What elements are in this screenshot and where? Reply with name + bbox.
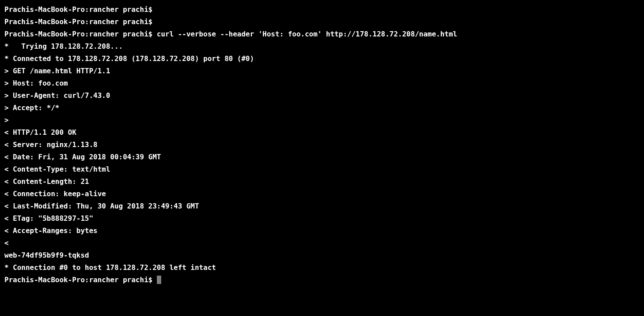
curl-output: < ETag: "5b888297-15"	[4, 212, 640, 225]
curl-output: < Date: Fri, 31 Aug 2018 00:04:39 GMT	[4, 151, 640, 163]
curl-output: > Accept: */*	[4, 102, 640, 114]
curl-output: < HTTP/1.1 200 OK	[4, 126, 640, 139]
curl-output: > GET /name.html HTTP/1.1	[4, 65, 640, 77]
curl-output: * Connected to 178.128.72.208 (178.128.7…	[4, 53, 640, 65]
terminal-line: Prachis-MacBook-Pro:rancher prachi$	[4, 274, 640, 286]
curl-output: > User-Agent: curl/7.43.0	[4, 90, 640, 102]
curl-output: < Connection: keep-alive	[4, 188, 640, 200]
curl-output: web-74df95b9f9-tqksd	[4, 249, 640, 262]
curl-output: > Host: foo.com	[4, 77, 640, 90]
curl-output: < Content-Type: text/html	[4, 163, 640, 176]
curl-output: < Server: nginx/1.13.8	[4, 139, 640, 151]
shell-prompt: Prachis-MacBook-Pro:rancher prachi$	[4, 18, 152, 26]
shell-prompt: Prachis-MacBook-Pro:rancher prachi$	[4, 30, 157, 38]
shell-prompt: Prachis-MacBook-Pro:rancher prachi$	[4, 276, 157, 284]
cursor-icon	[157, 276, 161, 284]
curl-output: * Trying 178.128.72.208...	[4, 40, 640, 53]
curl-output: >	[4, 114, 640, 126]
curl-output: * Connection #0 to host 178.128.72.208 l…	[4, 262, 640, 274]
terminal-line: Prachis-MacBook-Pro:rancher prachi$ curl…	[4, 28, 640, 40]
terminal-window[interactable]: Prachis-MacBook-Pro:rancher prachi$ Prac…	[4, 4, 640, 286]
curl-output: <	[4, 237, 640, 249]
shell-prompt: Prachis-MacBook-Pro:rancher prachi$	[4, 5, 152, 14]
terminal-line: Prachis-MacBook-Pro:rancher prachi$	[4, 16, 640, 28]
curl-output: < Last-Modified: Thu, 30 Aug 2018 23:49:…	[4, 200, 640, 212]
curl-command: curl --verbose --header 'Host: foo.com' …	[157, 30, 457, 38]
curl-output: < Content-Length: 21	[4, 176, 640, 188]
curl-output: < Accept-Ranges: bytes	[4, 225, 640, 237]
terminal-line: Prachis-MacBook-Pro:rancher prachi$	[4, 4, 640, 16]
